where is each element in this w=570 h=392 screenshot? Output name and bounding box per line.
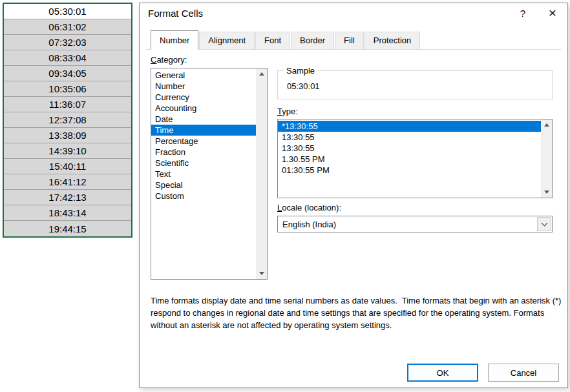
locale-label: Locale (location): [277,203,341,212]
type-scroll-up-button[interactable] [542,119,552,130]
type-listbox[interactable]: *13:30:5513:30:5513:30:551.30.55 PM01:30… [277,119,553,198]
type-item[interactable]: 01:30:55 PM [278,165,541,176]
spreadsheet-cell[interactable]: 14:39:10 [4,143,131,159]
spreadsheet-cell[interactable]: 06:31:02 [4,19,131,35]
locale-value: English (India) [282,216,336,232]
category-item-special[interactable]: Special [151,180,256,191]
category-scrollbar[interactable] [256,68,267,279]
arrow-up-icon [259,72,264,76]
category-item-accounting[interactable]: Accounting [151,103,256,114]
spreadsheet-cell[interactable]: 05:30:01 [4,4,131,19]
tab-fill[interactable]: Fill [335,32,364,49]
arrow-down-icon [259,272,264,275]
help-button[interactable]: ? [508,3,538,23]
spreadsheet-cell[interactable]: 18:43:14 [4,205,131,221]
description-text: Time formats display date and time seria… [151,294,564,331]
type-item[interactable]: 13:30:55 [278,143,541,154]
spreadsheet-cell[interactable]: 13:38:09 [4,128,131,143]
tab-border[interactable]: Border [291,32,334,49]
help-icon: ? [520,8,525,19]
spreadsheet-cell[interactable]: 16:41:12 [4,174,131,190]
close-button[interactable]: × [538,3,567,23]
type-scroll-down-button[interactable] [542,187,552,198]
locale-dropdown-button[interactable] [537,217,551,231]
category-item-general[interactable]: General [151,70,256,81]
arrow-down-icon [544,191,549,194]
locale-combobox[interactable]: English (India) [277,216,553,232]
tab-font[interactable]: Font [255,32,290,49]
category-item-custom[interactable]: Custom [151,191,256,201]
type-label: Type: [277,107,298,116]
category-item-fraction[interactable]: Fraction [151,147,256,158]
spreadsheet-cell[interactable]: 12:37:08 [4,112,131,128]
arrow-up-icon [544,123,549,127]
tab-strip: NumberAlignmentFontBorderFillProtection [146,31,561,50]
tab-protection[interactable]: Protection [364,32,421,49]
category-item-text[interactable]: Text [151,169,256,180]
chevron-down-icon [541,220,547,226]
type-scrollbar[interactable] [541,119,552,198]
cancel-button[interactable]: Cancel [488,364,559,382]
type-item[interactable]: *13:30:55 [278,121,541,132]
screen: 05:30:0106:31:0207:32:0308:33:0409:34:05… [0,0,570,392]
spreadsheet-cell[interactable]: 19:44:15 [4,221,131,236]
category-label: Category: [151,55,187,65]
sample-value: 05:30:01 [287,81,320,91]
tab-alignment[interactable]: Alignment [199,32,255,49]
dialog-title: Format Cells [140,8,508,19]
dialog-titlebar[interactable]: Format Cells ? × [140,3,567,23]
type-list-items: *13:30:5513:30:5513:30:551.30.55 PM01:30… [278,121,541,198]
sample-groupbox: Sample 05:30:01 [277,70,553,99]
type-item[interactable]: 1.30.55 PM [278,154,541,165]
spreadsheet-cell[interactable]: 08:33:04 [4,50,131,66]
spreadsheet-selection: 05:30:0106:31:0207:32:0308:33:0409:34:05… [3,3,132,238]
sample-label: Sample [284,66,317,76]
ok-button[interactable]: OK [407,364,478,382]
format-cells-dialog: Format Cells ? × NumberAlignmentFontBord… [139,3,568,388]
spreadsheet-cell[interactable]: 09:34:05 [4,66,131,81]
category-scroll-up-button[interactable] [257,68,267,79]
spreadsheet-cell[interactable]: 17:42:13 [4,190,131,205]
close-icon: × [549,6,556,19]
category-item-date[interactable]: Date [151,114,256,125]
spreadsheet-cell[interactable]: 07:32:03 [4,35,131,50]
tab-number[interactable]: Number [151,30,198,50]
category-listbox[interactable]: GeneralNumberCurrencyAccountingDateTimeP… [151,68,268,280]
category-item-scientific[interactable]: Scientific [151,158,256,169]
category-item-percentage[interactable]: Percentage [151,136,256,147]
category-item-time[interactable]: Time [151,125,256,136]
spreadsheet-cell[interactable]: 11:36:07 [4,97,131,112]
category-item-currency[interactable]: Currency [151,92,256,103]
category-item-number[interactable]: Number [151,81,256,92]
spreadsheet-cell[interactable]: 10:35:06 [4,81,131,97]
type-item[interactable]: 13:30:55 [278,132,541,143]
spreadsheet-cell[interactable]: 15:40:11 [4,159,131,174]
category-list-items: GeneralNumberCurrencyAccountingDateTimeP… [151,70,256,279]
category-scroll-down-button[interactable] [257,268,267,279]
